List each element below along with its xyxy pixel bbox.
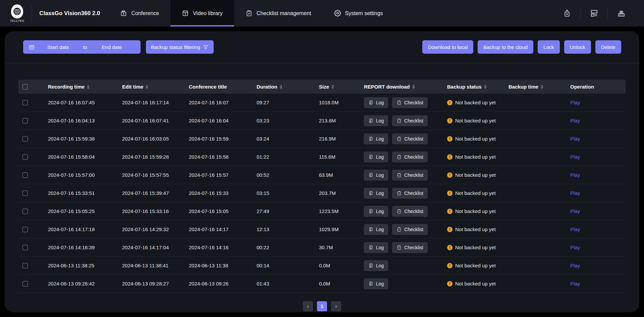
checklist-button[interactable]: Checklist <box>392 206 428 217</box>
end-date-input[interactable]: End date <box>89 44 135 50</box>
play-link[interactable]: Play <box>570 100 580 105</box>
tab-conference[interactable]: Conference <box>109 0 170 27</box>
column-header-duration[interactable]: Duration <box>247 84 310 90</box>
row-checkbox[interactable] <box>22 191 28 196</box>
play-link[interactable]: Play <box>570 136 580 142</box>
log-button[interactable]: Log <box>364 224 388 235</box>
duration-cell: 00:22 <box>247 245 310 250</box>
play-link[interactable]: Play <box>570 245 580 250</box>
checklist-button-label: Checklist <box>404 209 423 214</box>
row-checkbox[interactable] <box>22 154 28 160</box>
play-link[interactable]: Play <box>570 190 580 196</box>
column-header-operation[interactable]: Operation <box>561 84 626 90</box>
live-stream-button[interactable] <box>553 9 580 18</box>
column-header-size[interactable]: Size <box>310 84 355 90</box>
column-header-recording_time[interactable]: Recording time <box>39 84 113 90</box>
checklist-button[interactable]: Checklist <box>392 242 428 253</box>
log-button[interactable]: Log <box>364 152 388 162</box>
tab-system-settings[interactable]: System settings <box>323 0 394 27</box>
sort-icon[interactable] <box>331 85 334 89</box>
row-checkbox[interactable] <box>22 118 28 123</box>
row-checkbox[interactable] <box>22 209 28 214</box>
row-checkbox[interactable] <box>22 245 28 250</box>
operation-cell: Play <box>561 190 626 196</box>
checklist-button[interactable]: Checklist <box>392 115 428 126</box>
unlock-button[interactable]: Unlock <box>564 40 591 54</box>
row-checkbox[interactable] <box>22 227 28 232</box>
log-button-label: Log <box>376 245 384 250</box>
play-link[interactable]: Play <box>570 154 580 160</box>
log-button-label: Log <box>376 172 384 178</box>
checklist-button[interactable]: Checklist <box>392 152 428 162</box>
sort-icon[interactable] <box>412 85 415 89</box>
row-checkbox[interactable] <box>22 136 28 142</box>
checklist-button-label: Checklist <box>404 227 423 232</box>
sort-icon[interactable] <box>146 85 148 89</box>
date-range-picker[interactable]: Start date to End date <box>23 40 141 54</box>
column-header-conference_title[interactable]: Conference title <box>179 84 247 90</box>
start-date-input[interactable]: Start date <box>35 44 82 50</box>
sort-icon[interactable] <box>280 85 282 89</box>
log-button[interactable]: Log <box>364 115 388 126</box>
lock-button[interactable]: Lock <box>538 40 560 54</box>
report-download-cell: Log Checklist <box>355 152 438 162</box>
row-checkbox[interactable] <box>22 263 28 268</box>
toolbar-actions: Download to local Backup to the cloud Lo… <box>422 40 621 54</box>
warning-icon: ! <box>447 100 452 105</box>
select-all-checkbox[interactable] <box>22 84 28 90</box>
column-header-edit_time[interactable]: Edit time <box>113 84 179 90</box>
prev-page-button[interactable]: ‹ <box>303 301 313 311</box>
conference-title-cell: 2024-07-16 16:04 <box>179 118 247 123</box>
checklist-button[interactable]: Checklist <box>392 134 428 144</box>
layout-button[interactable] <box>581 9 607 18</box>
row-checkbox[interactable] <box>22 100 28 105</box>
log-button[interactable]: Log <box>364 188 388 199</box>
size-cell: 216.9M <box>310 136 355 142</box>
column-header-report[interactable]: REPORT download <box>355 84 438 90</box>
checklist-button[interactable]: Checklist <box>392 170 428 180</box>
play-link[interactable]: Play <box>570 118 580 123</box>
sort-icon[interactable] <box>484 85 487 89</box>
row-checkbox[interactable] <box>22 281 28 286</box>
log-button[interactable]: Log <box>364 242 388 253</box>
column-header-label: REPORT download <box>364 84 410 90</box>
log-button[interactable]: Log <box>364 206 388 217</box>
log-button[interactable]: Log <box>364 97 388 108</box>
play-link[interactable]: Play <box>570 172 580 178</box>
column-header-backup_status[interactable]: Backup status <box>438 84 499 90</box>
row-select-cell <box>18 100 39 105</box>
play-link[interactable]: Play <box>570 226 580 232</box>
checklist-icon <box>396 136 402 142</box>
checklist-button[interactable]: Checklist <box>392 224 428 235</box>
sort-icon[interactable] <box>541 85 543 89</box>
play-link[interactable]: Play <box>570 281 580 286</box>
checklist-button[interactable]: Checklist <box>392 97 428 108</box>
play-link[interactable]: Play <box>570 208 580 214</box>
row-select-cell <box>18 136 39 142</box>
delete-button[interactable]: Delete <box>595 40 621 54</box>
duration-cell: 09:27 <box>247 100 310 105</box>
page-1-button[interactable]: 1 <box>317 301 327 311</box>
edit-time-cell: 2024-06-13 11:38:41 <box>113 263 179 268</box>
backup-status-text: Not backed up yet <box>455 172 496 178</box>
checklist-button[interactable]: Checklist <box>392 188 428 199</box>
log-button[interactable]: Log <box>364 170 388 180</box>
log-button[interactable]: Log <box>364 278 388 289</box>
log-button[interactable]: Log <box>364 134 388 144</box>
tab-label: Video library <box>193 10 223 16</box>
backup-status-cell: ! Not backed up yet <box>438 208 499 214</box>
tab-video-library[interactable]: Video library <box>170 0 234 27</box>
recorder-device-button[interactable] <box>608 9 635 18</box>
column-header-backup_time[interactable]: Backup time <box>499 84 561 90</box>
log-button-label: Log <box>376 263 384 268</box>
next-page-button[interactable]: › <box>331 301 341 311</box>
download-to-local-button[interactable]: Download to local <box>422 40 473 54</box>
sort-icon[interactable] <box>87 85 90 89</box>
log-button[interactable]: Log <box>364 260 388 271</box>
backup-to-cloud-button[interactable]: Backup to the cloud <box>478 40 533 54</box>
backup-status-filter-button[interactable]: Backup status filtering <box>146 40 214 54</box>
tab-checklist-management[interactable]: Checklist management <box>234 0 323 27</box>
row-checkbox[interactable] <box>22 172 28 178</box>
table-row: 2024-06-13 11:38:25 2024-06-13 11:38:41 … <box>18 257 626 275</box>
play-link[interactable]: Play <box>570 263 580 268</box>
